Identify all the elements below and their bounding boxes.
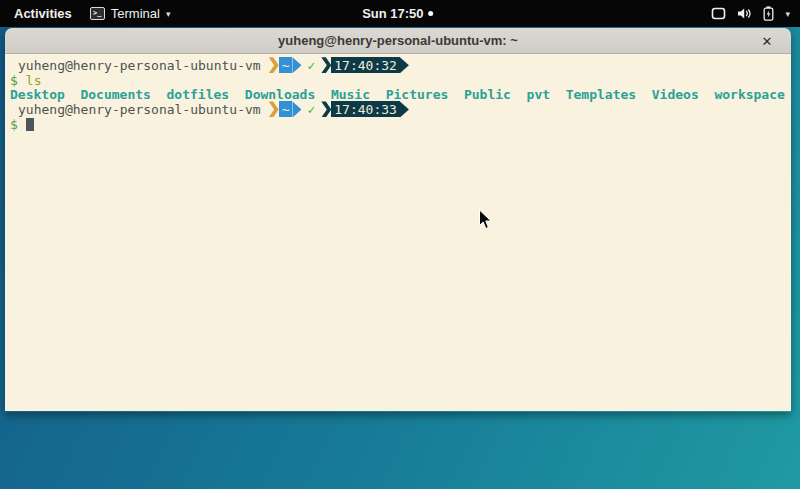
- terminal-glyph: >_: [93, 10, 101, 17]
- chevron-down-icon: ▾: [785, 9, 790, 19]
- mouse-pointer-icon: [478, 209, 493, 230]
- chevron-down-icon: ▾: [166, 9, 171, 19]
- check-icon: ✓: [307, 58, 315, 73]
- terminal-cursor: [26, 118, 34, 131]
- powerline-arrow-icon: [400, 57, 409, 73]
- window-title-bar[interactable]: yuheng@henry-personal-ubuntu-vm: ~ ✕: [5, 28, 791, 54]
- terminal-app-icon: >_: [90, 7, 105, 20]
- powerline-chevron-icon: [321, 57, 331, 73]
- window-title: yuheng@henry-personal-ubuntu-vm: ~: [278, 33, 518, 48]
- activities-button[interactable]: Activities: [10, 4, 76, 23]
- prompt-line: yuheng@henry-personal-ubuntu-vm ~ ✓ 17:4…: [10, 58, 791, 73]
- close-button[interactable]: ✕: [757, 31, 777, 51]
- powerline-chevron-icon: [321, 101, 331, 117]
- app-menu-button[interactable]: >_ Terminal ▾: [90, 6, 171, 21]
- prompt-user-host: yuheng@henry-personal-ubuntu-vm: [10, 58, 269, 73]
- system-menu-button[interactable]: ▾: [711, 0, 790, 27]
- prompt-line: yuheng@henry-personal-ubuntu-vm ~ ✓ 17:4…: [10, 102, 791, 117]
- desktop-screen: Activities >_ Terminal ▾ Sun 17:50: [0, 0, 800, 489]
- battery-charging-icon: [763, 6, 774, 21]
- prompt-symbol: $: [10, 73, 18, 88]
- volume-icon: [737, 7, 752, 20]
- command-line: $ ls: [10, 73, 791, 88]
- prompt-time-segment: 17:40:33: [331, 101, 400, 117]
- directory-list: Desktop Documents dotfiles Downloads Mus…: [10, 87, 785, 102]
- prompt-cwd: ~: [282, 102, 290, 117]
- prompt-time-segment: 17:40:32: [331, 57, 400, 73]
- powerline-chevron-icon: [269, 57, 279, 73]
- clock-button[interactable]: Sun 17:50: [362, 0, 433, 27]
- powerline-chevron-icon: [269, 101, 279, 117]
- powerline-arrow-icon: [292, 57, 301, 73]
- prompt-cwd-segment: ~: [279, 101, 293, 117]
- app-menu-label: Terminal: [111, 6, 160, 21]
- check-icon: ✓: [307, 102, 315, 117]
- prompt-symbol: $: [10, 117, 18, 132]
- prompt-time: 17:40:32: [334, 58, 397, 73]
- terminal-content[interactable]: yuheng@henry-personal-ubuntu-vm ~ ✓ 17:4…: [5, 54, 791, 411]
- typed-command: ls: [26, 73, 42, 88]
- terminal-window: yuheng@henry-personal-ubuntu-vm: ~ ✕ yuh…: [5, 28, 791, 412]
- prompt-time: 17:40:33: [334, 102, 397, 117]
- input-line: $: [10, 117, 791, 132]
- prompt-user-host: yuheng@henry-personal-ubuntu-vm: [10, 102, 269, 117]
- powerline-arrow-icon: [400, 101, 409, 117]
- clock-label: Sun 17:50: [362, 6, 423, 21]
- ls-output-line: Desktop Documents dotfiles Downloads Mus…: [10, 87, 791, 102]
- notification-dot-icon: [429, 11, 434, 16]
- screen-icon: [711, 7, 726, 20]
- top-bar: Activities >_ Terminal ▾ Sun 17:50: [0, 0, 800, 27]
- prompt-cwd: ~: [282, 58, 290, 73]
- powerline-arrow-icon: [292, 101, 301, 117]
- prompt-cwd-segment: ~: [279, 57, 293, 73]
